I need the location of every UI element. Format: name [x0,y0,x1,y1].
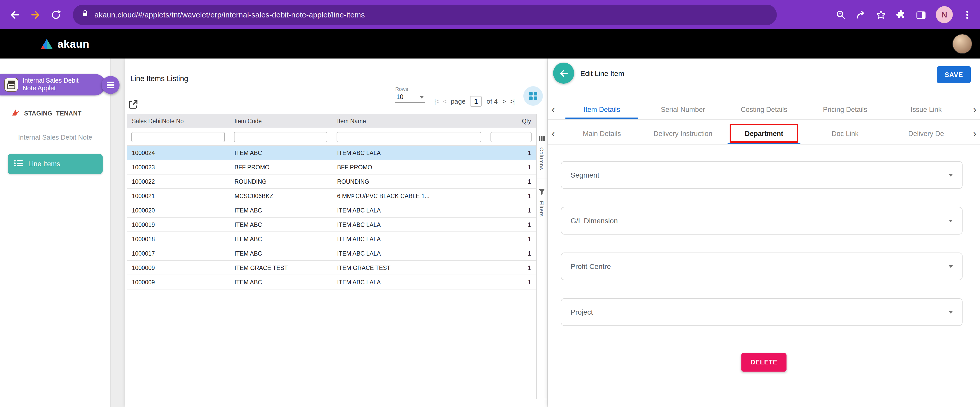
back-icon[interactable] [6,6,24,23]
page-number-input[interactable]: 1 [470,96,482,107]
user-avatar[interactable] [953,34,972,53]
tab-label: Delivery Instruction [654,130,713,138]
listing-title: Line Items Listing [130,75,188,83]
column-header-item-name[interactable]: Item Name [332,114,486,128]
grid-view-button[interactable] [523,86,543,106]
field-label: G/L Dimension [571,216,618,225]
tab-costing-details[interactable]: Costing Details [724,100,805,119]
first-page-button[interactable]: |< [434,97,438,105]
sidebar-item-line-items[interactable]: Line Items [8,154,103,174]
column-filter-input-item-code[interactable] [234,132,327,142]
table-cell: 1 [486,250,536,256]
column-header-item-code[interactable]: Item Code [229,114,332,128]
inner-tab-bar: ‹ Main DetailsDelivery InstructionDepart… [548,123,980,145]
rows-per-page-select[interactable]: Rows 10 [395,86,425,103]
table-row[interactable]: 1000018ITEM ABCITEM ABC LALA1 [127,232,536,246]
last-page-button[interactable]: >| [510,97,514,105]
tab-issue-link[interactable]: Issue Link [886,100,967,119]
table-cell: 1 [486,279,536,285]
filters-toggle[interactable]: Filters [539,201,545,217]
table-cell: ROUNDING [229,178,332,184]
select-field-profit-centre[interactable]: Profit Centre [561,253,963,280]
extensions-puzzle-icon[interactable] [896,10,906,20]
tab-delivery-de[interactable]: Delivery De [886,123,967,144]
chevron-right-icon[interactable]: › [973,128,977,139]
prev-page-button[interactable]: < [443,97,446,105]
sidebar-item-applet[interactable]: Internal Sales Debit Note Applet [0,74,106,95]
search-zoom-icon[interactable] [836,10,846,20]
browser-menu-icon[interactable] [963,10,972,20]
export-icon[interactable] [128,99,138,112]
table-row[interactable]: 1000009ITEM GRACE TESTITEM GRACE TEST1 [127,261,536,275]
chevron-right-icon[interactable]: › [973,104,977,115]
table-row[interactable]: 1000021MCSC006BKZ6 MM² CU/PVC BLACK CABL… [127,189,536,203]
line-items-table: Sales DebitNote NoItem CodeItem NameQty … [127,114,536,289]
select-field-g-l-dimension[interactable]: G/L Dimension [561,207,963,235]
table-cell: 1000009 [127,265,229,271]
column-header-qty[interactable]: Qty [486,114,536,128]
reload-icon[interactable] [47,6,65,23]
chevron-down-icon [420,96,424,98]
table-cell: ITEM GRACE TEST [332,265,486,271]
chevron-left-icon[interactable]: ‹ [552,104,555,115]
bookmark-star-icon[interactable] [876,10,886,20]
next-page-button[interactable]: > [502,97,505,105]
tab-label: Costing Details [741,106,788,113]
filter-cell [486,132,536,142]
table-row[interactable]: 1000024ITEM ABCITEM ABC LALA1 [127,146,536,160]
tab-serial-number[interactable]: Serial Number [643,100,724,119]
url-text: akaun.cloud/#/applets/tnt/wavelet/erp/in… [94,10,365,19]
applet-menu-icon[interactable] [102,76,119,94]
browser-profile-avatar[interactable]: N [936,6,953,23]
share-icon[interactable] [856,10,866,20]
tab-delivery-instruction[interactable]: Delivery Instruction [643,123,724,144]
address-bar[interactable]: akaun.cloud/#/applets/tnt/wavelet/erp/in… [73,4,777,25]
table-cell: 1000023 [127,164,229,170]
tab-pricing-details[interactable]: Pricing Details [805,100,886,119]
chevron-left-icon[interactable]: ‹ [552,128,555,139]
column-filter-input-sales-debitnote-no[interactable] [131,132,225,142]
akaun-logo[interactable]: akaun [40,38,89,50]
table-row[interactable]: 1000023BFF PROMOBFF PROMO1 [127,160,536,175]
tab-label: Item Details [584,106,620,113]
table-row[interactable]: 1000019ITEM ABCITEM ABC LALA1 [127,218,536,232]
table-cell: ITEM ABC LALA [332,250,486,256]
forward-icon[interactable] [27,6,44,23]
tab-item-details[interactable]: Item Details [561,100,643,119]
column-filter-input-qty[interactable] [490,132,531,142]
table-bottom-divider [127,399,547,399]
sidebar: Internal Sales Debit Note Applet STAGING… [0,59,111,407]
table-cell: 1 [486,164,536,170]
columns-toggle[interactable]: Columns [539,147,545,170]
column-filter-input-item-name[interactable] [337,132,481,142]
table-cell: 1 [486,265,536,271]
table-cell: 1 [486,149,536,156]
tab-main-details[interactable]: Main Details [561,123,643,144]
tab-department[interactable]: Department [724,123,805,144]
grid-icon [528,91,538,100]
save-button[interactable]: SAVE [937,66,971,83]
filter-cell [229,132,332,142]
tab-doc-link[interactable]: Doc Link [805,123,886,144]
table-cell: ITEM ABC [229,236,332,242]
table-row[interactable]: 1000009ITEM ABCITEM ABC LALA1 [127,275,536,289]
table-cell: ITEM ABC LALA [332,279,486,285]
line-items-listing-panel: Line Items Listing Rows 10 |< < page 1 [125,59,547,407]
tenant-icon [11,109,20,118]
back-button[interactable] [553,63,574,84]
column-header-sales-debitnote-no[interactable]: Sales DebitNote No [127,114,229,128]
columns-icon [539,135,545,144]
table-cell: ITEM ABC LALA [332,149,486,156]
select-field-project[interactable]: Project [561,298,963,326]
table-row[interactable]: 1000022ROUNDINGROUNDING1 [127,175,536,189]
tenant-selector[interactable]: STAGING_TENANT [11,109,81,118]
delete-button[interactable]: DELETE [741,353,787,372]
table-row[interactable]: 1000017ITEM ABCITEM ABC LALA1 [127,246,536,261]
inner-tabs: Main DetailsDelivery InstructionDepartme… [561,123,967,144]
side-panel-icon[interactable] [916,10,926,20]
table-cell: BFF PROMO [229,164,332,170]
table-row[interactable]: 1000020ITEM ABCITEM ABC LALA1 [127,203,536,218]
select-field-segment[interactable]: Segment [561,161,963,189]
table-cell: 1 [486,207,536,213]
outer-tabs: Item DetailsSerial NumberCosting Details… [561,100,967,119]
